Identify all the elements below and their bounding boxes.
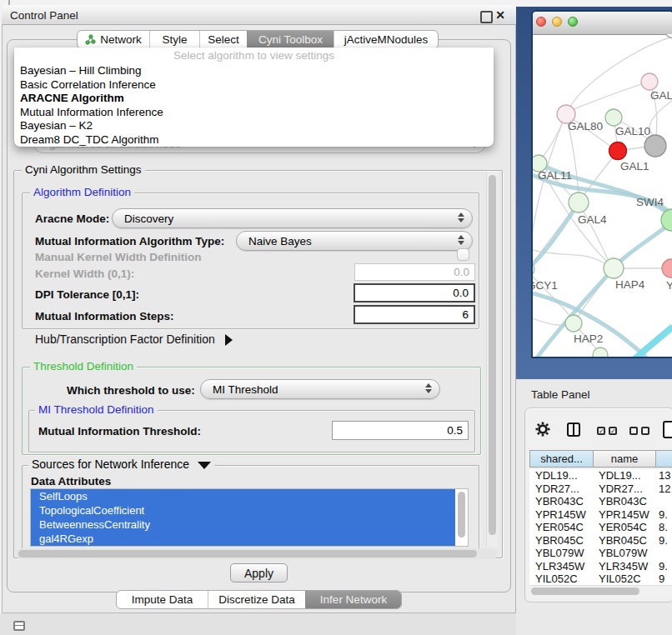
node-gal <box>641 73 658 90</box>
table-row[interactable]: YDR27...YDR27...12 <box>529 482 672 496</box>
tab-network-label: Network <box>100 33 142 46</box>
mi-algorithm-type-select[interactable]: Naive Bayes <box>236 231 473 251</box>
table-horizontal-scrollbar-thumb[interactable] <box>531 588 639 595</box>
tab-style[interactable]: Style <box>149 31 199 48</box>
column-header-shared-name[interactable]: shared... <box>529 450 594 468</box>
node-gray <box>644 135 666 157</box>
tab-infer-network[interactable]: Infer Network <box>305 591 401 608</box>
algorithm-option[interactable]: Dream8 DC_TDC Algorithm <box>14 133 494 148</box>
tab-network[interactable]: Network <box>78 31 149 48</box>
close-icon[interactable]: ✕ <box>494 8 507 22</box>
sources-group-title[interactable]: Sources for Network Inference <box>28 458 214 471</box>
split-columns-icon[interactable] <box>567 422 580 437</box>
combo-stepper-icon <box>458 235 464 245</box>
settings-vertical-scrollbar[interactable] <box>486 172 498 547</box>
table-body[interactable]: YDL19...YDL19...13 YDR27...YDR27...12 YB… <box>529 469 672 585</box>
network-node-labels: GAL GAL80 GAL10 GAL1 GAL11 SWI4 GAL4 GCY… <box>533 89 672 345</box>
algorithm-option[interactable]: Basic Correlation Inference <box>14 78 494 92</box>
control-panel-titlebar[interactable] <box>2 5 516 25</box>
kernel-width-input[interactable]: 0.0 <box>354 263 475 281</box>
which-threshold-value: MI Threshold <box>201 383 278 396</box>
minimize-traffic-light-icon[interactable] <box>552 17 562 27</box>
table-row[interactable]: YBR045CYBR045C9. <box>529 534 672 548</box>
table-panel-title: Table Panel <box>531 388 590 401</box>
document-icon[interactable] <box>663 421 672 438</box>
dpi-tolerance-input[interactable]: 0.0 <box>354 283 475 302</box>
aracne-mode-select[interactable]: Discovery <box>112 208 473 228</box>
data-attributes-list[interactable]: SelfLoops TopologicalCoefficient Between… <box>30 488 469 547</box>
mi-threshold-group-title: MI Threshold Definition <box>35 403 158 416</box>
tab-cyni-toolbox[interactable]: Cyni Toolbox <box>247 31 333 48</box>
tab-jactivemnodules[interactable]: jActiveMNodules <box>333 31 438 48</box>
threshold-definition-title: Threshold Definition <box>30 360 137 372</box>
apply-button[interactable]: Apply <box>230 563 288 582</box>
minimized-panel-icon[interactable] <box>13 621 25 631</box>
close-traffic-light-icon[interactable] <box>536 17 546 27</box>
expand-right-icon[interactable] <box>225 334 233 346</box>
svg-text:HAP2: HAP2 <box>574 332 603 345</box>
tab-impute-data[interactable]: Impute Data <box>117 591 208 608</box>
svg-text:GAL: GAL <box>650 89 672 102</box>
node-gal10 <box>605 109 622 126</box>
table-row[interactable]: YDL19...YDL19...13 <box>529 469 672 482</box>
node <box>666 34 672 38</box>
mi-algorithm-type-value: Naive Bayes <box>237 235 312 248</box>
svg-text:GAL11: GAL11 <box>538 169 572 182</box>
algorithm-option[interactable]: Mutual Information Inference <box>14 106 494 120</box>
table-row[interactable]: YBL079WYBL079W <box>529 547 672 560</box>
hub-definition-toggle[interactable]: Hub/Transcription Factor Definition <box>35 332 233 346</box>
mi-steps-input[interactable]: 6 <box>354 305 475 324</box>
table-horizontal-scrollbar[interactable] <box>529 585 672 597</box>
zoom-traffic-light-icon[interactable] <box>568 17 578 27</box>
list-scrollbar-thumb[interactable] <box>458 492 465 538</box>
combo-stepper-icon <box>425 383 432 393</box>
column-header-clipped[interactable] <box>656 450 672 468</box>
attribute-item-selected[interactable]: TopologicalCoefficient <box>31 503 455 518</box>
expand-down-icon[interactable] <box>198 462 211 469</box>
table-header-row: shared... name <box>529 450 672 468</box>
column-header-name[interactable]: name <box>594 450 656 468</box>
attribute-item-selected[interactable]: SelfLoops <box>31 489 455 503</box>
which-threshold-select[interactable]: MI Threshold <box>200 379 440 399</box>
svg-text:Y: Y <box>666 279 672 292</box>
algorithm-definition-title: Algorithm Definition <box>30 186 134 198</box>
cyni-algorithm-settings-title: Cyni Algorithm Settings <box>22 163 145 176</box>
svg-text:GAL4: GAL4 <box>578 213 607 226</box>
float-window-icon[interactable] <box>480 11 493 23</box>
algorithm-option[interactable]: Bayesian – Hill Climbing <box>14 64 494 78</box>
manual-kernel-width-checkbox[interactable] <box>457 248 469 261</box>
table-row[interactable]: YER054CYER054C8. <box>529 521 672 534</box>
svg-text:GAL10: GAL10 <box>615 125 650 138</box>
table-row[interactable]: YBR043CYBR043C <box>529 495 672 508</box>
checked-columns-icon[interactable]: ✓ ✓ <box>597 427 617 435</box>
unchecked-columns-icon[interactable] <box>629 427 649 435</box>
algorithm-option[interactable]: Bayesian – K2 <box>14 119 494 133</box>
network-thick-edges <box>533 163 672 357</box>
table-row[interactable]: YPR145WYPR145W9. <box>529 508 672 522</box>
settings-vertical-scrollbar-thumb[interactable] <box>489 175 496 535</box>
gear-icon[interactable] <box>535 422 550 437</box>
bottom-strip <box>0 613 517 635</box>
table-row[interactable]: YIL052CYIL052C9 <box>529 572 672 585</box>
selected-edge[interactable] <box>633 327 672 357</box>
algorithm-dropdown-popup: Select algorithm to view settings Bayesi… <box>14 48 494 147</box>
tab-select[interactable]: Select <box>199 31 247 48</box>
attribute-item-selected[interactable]: BetweennessCentrality <box>31 518 455 532</box>
node-salmon <box>662 259 672 278</box>
settings-horizontal-scrollbar[interactable] <box>17 548 497 559</box>
svg-text:GAL1: GAL1 <box>620 160 649 172</box>
tab-discretize-data[interactable]: Discretize Data <box>208 591 305 608</box>
screen: { "titlebar": {"title": "Control Panel"}… <box>0 0 672 635</box>
table-row[interactable]: YLR345WYLR345W9. <box>529 560 672 573</box>
data-attributes-label: Data Attributes <box>31 475 111 488</box>
attribute-item-selected[interactable]: gal4RGexp <box>31 532 455 546</box>
control-panel-tabs: Network Style Select Cyni Toolbox jActiv… <box>77 30 439 49</box>
combo-stepper-icon <box>458 212 464 222</box>
cyni-bottom-tabs: Impute Data Discretize Data Infer Networ… <box>116 590 402 609</box>
settings-horizontal-scrollbar-thumb[interactable] <box>18 550 477 558</box>
algorithm-option-highlighted[interactable]: ARACNE Algorithm <box>14 92 494 106</box>
mi-threshold-input[interactable]: 0.5 <box>332 421 469 440</box>
mi-algorithm-type-label: Mutual Information Algorithm Type: <box>35 235 224 248</box>
network-canvas[interactable]: GAL GAL80 GAL10 GAL1 GAL11 SWI4 GAL4 GCY… <box>533 34 672 357</box>
svg-text:GAL80: GAL80 <box>568 120 603 132</box>
